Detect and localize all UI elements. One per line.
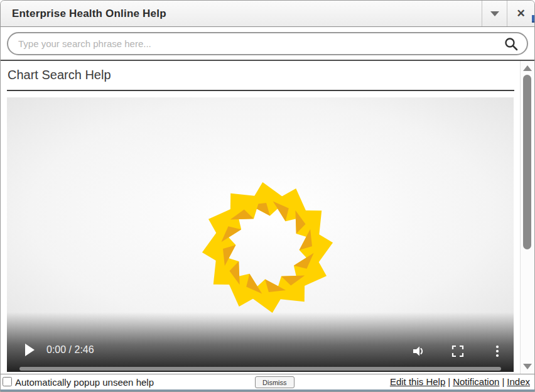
titlebar: Enterprise Health Online Help ✕ bbox=[1, 1, 534, 27]
page-title: Chart Search Help bbox=[8, 68, 111, 82]
scroll-down-icon[interactable] bbox=[523, 364, 532, 369]
video-player[interactable]: 0:00 / 2:46 bbox=[7, 97, 514, 372]
clipped-link-fragment bbox=[532, 15, 534, 23]
link-separator: | bbox=[445, 376, 453, 387]
video-time-display: 0:00 / 2:46 bbox=[46, 344, 94, 356]
chevron-down-icon bbox=[490, 11, 499, 16]
search-box bbox=[7, 32, 528, 55]
collapse-button[interactable] bbox=[482, 1, 507, 26]
volume-button[interactable] bbox=[411, 344, 426, 359]
search-section bbox=[1, 27, 534, 61]
auto-popup-label: Automatically popup unseen help bbox=[15, 374, 154, 390]
video-progress-bar[interactable] bbox=[19, 367, 501, 371]
notification-link[interactable]: Notification bbox=[453, 376, 499, 387]
enterprise-health-logo-icon bbox=[200, 180, 335, 317]
help-content: Chart Search Help bbox=[1, 61, 534, 374]
play-button[interactable] bbox=[25, 344, 35, 356]
close-icon: ✕ bbox=[516, 7, 525, 20]
video-controls-bar: 0:00 / 2:46 bbox=[7, 312, 514, 372]
index-link[interactable]: Index bbox=[507, 376, 530, 387]
more-options-button[interactable] bbox=[493, 344, 502, 359]
edit-help-link[interactable]: Edit this Help bbox=[390, 376, 445, 387]
help-dialog: Enterprise Health Online Help ✕ Chart Se… bbox=[0, 0, 535, 392]
fullscreen-button[interactable] bbox=[450, 344, 465, 359]
heading-divider bbox=[7, 90, 514, 91]
search-input[interactable] bbox=[18, 33, 497, 54]
scroll-up-icon[interactable] bbox=[523, 65, 532, 71]
footer-links: Edit this Help|Notification|Index bbox=[390, 374, 530, 389]
footer-bar: Automatically popup unseen help Dismiss … bbox=[1, 374, 534, 391]
auto-popup-checkbox[interactable] bbox=[3, 377, 12, 386]
close-button[interactable]: ✕ bbox=[507, 1, 534, 26]
window-title: Enterprise Health Online Help bbox=[12, 1, 166, 26]
dismiss-button[interactable]: Dismiss bbox=[255, 376, 295, 388]
vertical-scrollbar[interactable] bbox=[520, 61, 534, 374]
scrollbar-thumb[interactable] bbox=[523, 75, 531, 249]
search-icon[interactable] bbox=[504, 36, 519, 52]
link-separator: | bbox=[499, 376, 507, 387]
